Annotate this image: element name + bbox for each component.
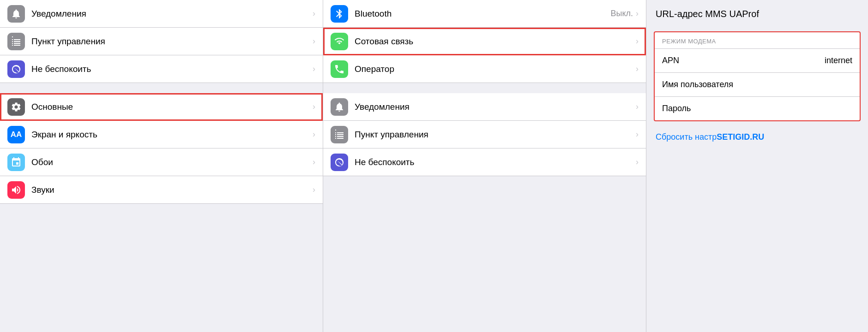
cellular-icon (331, 33, 348, 50)
modem-section-title: РЕЖИМ МОДЕМА (655, 32, 860, 48)
control-center2-label: Пункт управления (355, 130, 636, 140)
sidebar-item-operator[interactable]: Оператор › (323, 55, 646, 83)
right-panel-header: URL-адрес MMS UAProf (646, 0, 868, 28)
control-center-label: Пункт управления (31, 36, 313, 47)
modem-section: РЕЖИМ МОДЕМА APN internet Имя пользовате… (654, 31, 861, 121)
chevron-icon: › (313, 36, 315, 46)
chevron-icon: › (313, 130, 315, 139)
reset-suffix: SETIGID.RU (717, 132, 764, 142)
chevron-icon: › (636, 36, 639, 46)
control-center2-icon (331, 126, 348, 143)
apn-value: internet (825, 56, 852, 65)
display-icon: AA (7, 126, 25, 143)
settings-column-2: Bluetooth Выкл. › Сотовая связь › Операт… (323, 0, 646, 332)
wallpaper-label: Обои (31, 157, 313, 167)
chevron-icon: › (636, 157, 639, 167)
chevron-icon: › (636, 130, 639, 139)
separator (0, 83, 323, 93)
notifications2-label: Уведомления (355, 102, 636, 112)
sidebar-item-notifications2[interactable]: Уведомления › (323, 93, 646, 121)
sidebar-item-cellular[interactable]: Сотовая связь › (323, 28, 646, 55)
sidebar-item-wallpaper[interactable]: Обои › (0, 148, 323, 176)
chevron-icon: › (313, 185, 315, 195)
sidebar-item-bluetooth[interactable]: Bluetooth Выкл. › (323, 0, 646, 28)
notifications-icon (7, 5, 25, 23)
bluetooth-icon (331, 5, 348, 23)
apn-label: APN (662, 56, 825, 65)
sidebar-item-display[interactable]: AA Экран и яркость › (0, 121, 323, 148)
chevron-icon: › (636, 102, 639, 112)
reset-label: Сбросить настр (656, 132, 717, 142)
modem-item-username[interactable]: Имя пользователя (655, 72, 860, 96)
sidebar-item-do-not-disturb[interactable]: Не беспокоить › (0, 55, 323, 83)
control-center-icon (7, 33, 25, 50)
reset-link[interactable]: Сбросить настр SETIGID.RU (646, 125, 868, 149)
sidebar-item-control-center[interactable]: Пункт управления › (0, 28, 323, 55)
sounds-label: Звуки (31, 185, 313, 195)
general-icon (7, 98, 25, 116)
notifications-label: Уведомления (31, 9, 313, 19)
bluetooth-label: Bluetooth (355, 9, 610, 19)
do-not-disturb-label: Не беспокоить (31, 64, 313, 74)
do-not-disturb2-label: Не беспокоить (355, 157, 636, 167)
chevron-icon: › (313, 102, 315, 112)
do-not-disturb-icon (7, 60, 25, 78)
sounds-icon (7, 181, 25, 199)
right-panel: URL-адрес MMS UAProf РЕЖИМ МОДЕМА APN in… (646, 0, 868, 332)
chevron-icon: › (313, 157, 315, 167)
operator-label: Оператор (355, 64, 636, 74)
chevron-icon: › (636, 64, 639, 74)
sidebar-item-general[interactable]: Основные › (0, 93, 323, 121)
general-label: Основные (31, 102, 313, 112)
separator-bottom (323, 176, 646, 186)
cellular-label: Сотовая связь (355, 36, 636, 47)
sidebar-item-sounds[interactable]: Звуки › (0, 176, 323, 204)
chevron-icon: › (636, 9, 639, 18)
notifications2-icon (331, 98, 348, 116)
display-label: Экран и яркость (31, 130, 313, 140)
password-label: Пароль (662, 104, 852, 113)
username-label: Имя пользователя (662, 80, 852, 89)
right-panel-title: URL-адрес MMS UAProf (656, 9, 759, 19)
do-not-disturb2-icon (331, 154, 348, 171)
sidebar-item-do-not-disturb2[interactable]: Не беспокоить › (323, 148, 646, 176)
wallpaper-icon (7, 154, 25, 171)
sidebar-item-control-center2[interactable]: Пункт управления › (323, 121, 646, 148)
bluetooth-status: Выкл. (610, 9, 633, 18)
settings-column-1: Уведомления › Пункт управления › Не бесп… (0, 0, 323, 332)
separator (323, 83, 646, 93)
chevron-icon: › (313, 9, 315, 18)
chevron-icon: › (313, 64, 315, 74)
operator-icon (331, 60, 348, 78)
modem-item-apn[interactable]: APN internet (655, 48, 860, 72)
sidebar-item-notifications[interactable]: Уведомления › (0, 0, 323, 28)
modem-item-password[interactable]: Пароль (655, 96, 860, 120)
